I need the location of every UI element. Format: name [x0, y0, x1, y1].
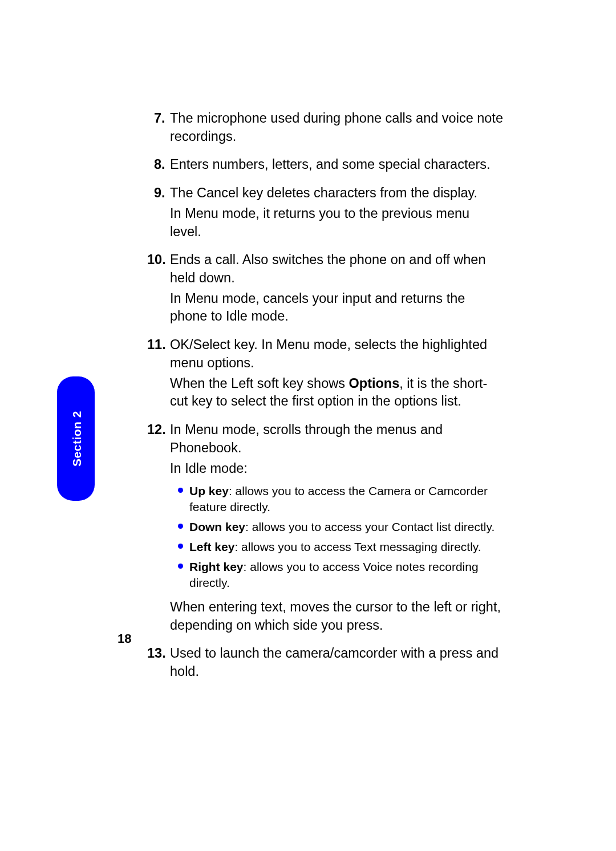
section-label: Section 2 — [70, 411, 84, 467]
item-text: Used to launch the camera/camcorder with… — [170, 645, 503, 680]
item-tail: When entering text, moves the cursor to … — [170, 598, 503, 634]
sub-label: Up key — [189, 484, 229, 497]
item-number: 9. — [154, 184, 165, 202]
list-item-13: 13. Used to launch the camera/camcorder … — [170, 645, 503, 680]
item-para: In Menu mode, scrolls through the menus … — [170, 421, 503, 457]
sub-label: Right key — [189, 560, 244, 573]
sub-text: : allows you to access Text messaging di… — [234, 540, 481, 553]
sub-item: Down key: allows you to access your Cont… — [189, 519, 503, 534]
list-item-7: 7. The microphone used during phone call… — [170, 110, 503, 145]
item-para: When the Left soft key shows Options, it… — [170, 375, 503, 411]
item-para: Ends a call. Also switches the phone on … — [170, 251, 503, 287]
item-number: 10. — [147, 251, 166, 269]
sub-item: Right key: allows you to access Voice no… — [189, 559, 503, 590]
page-number: 18 — [117, 631, 131, 646]
item-number: 8. — [154, 156, 165, 174]
item-number: 7. — [154, 110, 165, 128]
item-para: In Menu mode, it returns you to the prev… — [170, 205, 503, 241]
numbered-list: 7. The microphone used during phone call… — [154, 110, 503, 681]
item-text: Enters numbers, letters, and some specia… — [170, 156, 503, 174]
item-lead: In Idle mode: — [170, 460, 503, 478]
sub-item: Up key: allows you to access the Camera … — [189, 483, 503, 514]
list-item-12: 12. In Menu mode, scrolls through the me… — [170, 421, 503, 634]
sub-item: Left key: allows you to access Text mess… — [189, 539, 503, 554]
content-area: 7. The microphone used during phone call… — [154, 110, 503, 691]
list-item-11: 11. OK/Select key. In Menu mode, selects… — [170, 336, 503, 411]
sub-text: : allows you to access the Camera or Cam… — [189, 484, 488, 513]
list-item-9: 9. The Cancel key deletes characters fro… — [170, 184, 503, 241]
item-number: 12. — [147, 421, 166, 439]
sub-list: Up key: allows you to access the Camera … — [170, 483, 503, 590]
list-item-10: 10. Ends a call. Also switches the phone… — [170, 251, 503, 326]
item-text: The microphone used during phone calls a… — [170, 110, 503, 145]
sub-label: Left key — [189, 540, 234, 553]
item-number: 11. — [147, 336, 166, 354]
item-para: The Cancel key deletes characters from t… — [170, 184, 503, 202]
section-tab: Section 2 — [57, 376, 95, 501]
list-item-8: 8. Enters numbers, letters, and some spe… — [170, 156, 503, 174]
sub-label: Down key — [189, 520, 245, 533]
page: Section 2 7. The microphone used during … — [0, 0, 616, 851]
sub-text: : allows you to access your Contact list… — [245, 520, 495, 533]
item-para: In Menu mode, cancels your input and ret… — [170, 290, 503, 326]
item-number: 13. — [147, 645, 166, 663]
item-para: OK/Select key. In Menu mode, selects the… — [170, 336, 503, 372]
